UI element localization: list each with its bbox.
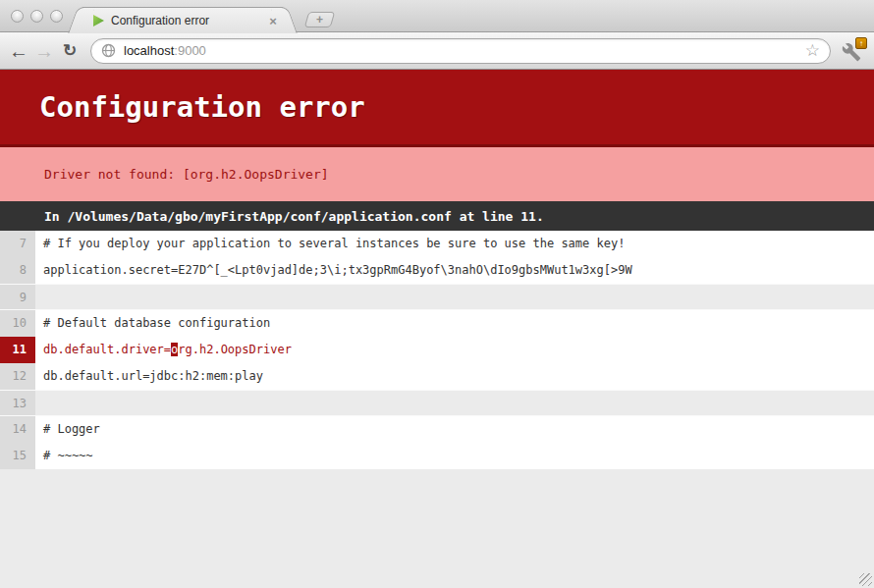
code-line-8: 8application.secret=E27D^[_<Lpt0vjad]de;… [0, 257, 874, 284]
line-number: 14 [0, 416, 35, 443]
line-number: 9 [0, 285, 35, 309]
browser-tab[interactable]: Configuration error × [82, 7, 283, 33]
code-line-14: 14# Logger [0, 416, 874, 443]
error-location-bar: In /Volumes/Data/gbo/myFirstApp/conf/app… [0, 201, 874, 231]
window-minimize-button[interactable] [30, 10, 43, 23]
line-number: 15 [0, 443, 35, 469]
error-message-banner: Driver not found: [org.h2.OopsDriver] [0, 147, 874, 201]
code-line-11: 11db.default.driver=org.h2.OopsDriver [0, 337, 874, 363]
code-line-10: 10# Default database configuration [0, 310, 874, 337]
page-title: Configuration error [39, 90, 365, 124]
source-listing: 7# If you deploy your application to sev… [0, 231, 874, 469]
line-code [35, 391, 874, 415]
tab-title: Configuration error [111, 14, 259, 27]
bookmark-star-icon[interactable]: ☆ [805, 42, 820, 59]
error-header: Configuration error [0, 70, 874, 147]
line-number: 8 [0, 257, 35, 284]
page-footer [0, 469, 874, 588]
window-zoom-button[interactable] [50, 10, 63, 23]
line-number: 12 [0, 363, 35, 390]
line-number: 10 [0, 310, 35, 337]
browser-toolbar: ← → ↻ localhost:9000 ☆ ↑ [0, 32, 874, 70]
error-message: Driver not found: [org.h2.OopsDriver] [44, 167, 329, 182]
line-number: 7 [0, 231, 35, 257]
reload-button[interactable]: ↻ [57, 42, 82, 59]
url-text[interactable]: localhost:9000 [124, 43, 206, 58]
window-close-button[interactable] [11, 10, 24, 23]
address-bar[interactable]: localhost:9000 ☆ [90, 38, 831, 64]
line-number: 13 [0, 391, 35, 415]
page-viewport: Configuration error Driver not found: [o… [0, 70, 874, 588]
error-location: In /Volumes/Data/gbo/myFirstApp/conf/app… [44, 209, 544, 224]
code-line-13: 13 [0, 390, 874, 416]
new-tab-button[interactable]: + [304, 12, 336, 27]
line-code: # If you deploy your application to seve… [35, 231, 874, 257]
plus-icon: + [316, 14, 323, 26]
line-code: db.default.url=jdbc:h2:mem:play [35, 363, 874, 390]
window-controls [11, 10, 63, 23]
line-code: # ~~~~~ [35, 443, 874, 469]
browser-window: Configuration error × + ← → ↻ localhost:… [0, 0, 874, 588]
url-host: localhost [124, 43, 174, 58]
line-code: application.secret=E27D^[_<Lpt0vjad]de;3… [35, 257, 874, 284]
line-code: # Default database configuration [35, 310, 874, 337]
line-number: 11 [0, 337, 35, 363]
code-line-12: 12db.default.url=jdbc:h2:mem:play [0, 363, 874, 390]
line-code: # Logger [35, 416, 874, 443]
back-button[interactable]: ← [6, 41, 31, 61]
code-line-15: 15# ~~~~~ [0, 443, 874, 469]
url-port: :9000 [174, 43, 206, 58]
resize-grip[interactable] [859, 573, 872, 586]
browser-menu-button[interactable]: ↑ [841, 39, 864, 63]
code-line-7: 7# If you deploy your application to sev… [0, 231, 874, 257]
globe-icon [101, 43, 116, 58]
line-code: db.default.driver=org.h2.OopsDriver [35, 337, 874, 363]
forward-button[interactable]: → [31, 41, 57, 61]
update-badge-icon: ↑ [855, 37, 867, 49]
play-framework-favicon-icon [92, 14, 105, 27]
tab-close-icon[interactable]: × [265, 14, 281, 28]
code-line-9: 9 [0, 284, 874, 310]
tab-strip: Configuration error × + [0, 0, 874, 32]
line-code [35, 285, 874, 309]
